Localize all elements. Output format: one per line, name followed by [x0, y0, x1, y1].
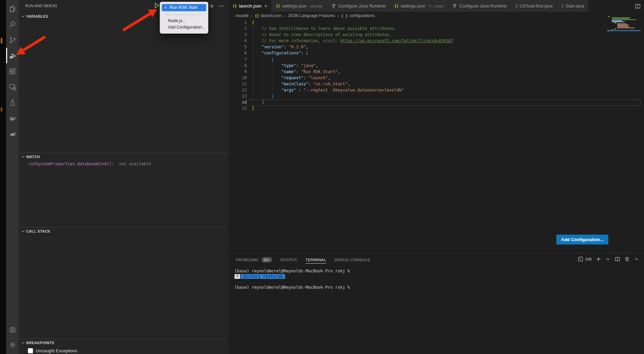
tab-launch-json[interactable]: {}launch.json× — [228, 0, 272, 12]
code-line[interactable]: 9 "name": "Run RSK Start", — [228, 69, 644, 75]
tab-label: settings.json — [282, 3, 307, 9]
code-text: "type": "java", — [247, 63, 318, 69]
menu-item-node-js-[interactable]: Node.js... — [160, 18, 208, 24]
views-more-actions-icon[interactable] — [218, 3, 225, 10]
minimap-line — [612, 19, 636, 20]
settings-icon — [8, 341, 17, 350]
code-text: "name": "Run RSK Start", — [247, 69, 340, 75]
terminal-line: (base) reynoldmorel@Reynolds-MacBook-Pro… — [234, 268, 641, 274]
chevron-down-icon — [21, 340, 25, 345]
panel-tab-label: PROBLEMS — [236, 258, 259, 262]
code-line[interactable]: 5 "version": "0.2.0", — [228, 44, 644, 50]
split-editor-icon[interactable] — [634, 2, 641, 10]
menu-item-run-rsk-start[interactable]: ✓Run RSK Start — [162, 4, 206, 11]
line-number: 12 — [228, 87, 247, 93]
terminal-output[interactable]: (base) reynoldmorel@Reynolds-MacBook-Pro… — [234, 268, 641, 290]
chevron-down-icon[interactable] — [605, 256, 611, 262]
line-number: 1 — [228, 19, 247, 26]
code-line[interactable]: 4 // For more information, visit: https:… — [228, 38, 644, 44]
split-icon[interactable] — [615, 256, 620, 262]
code-text: } — [247, 105, 254, 112]
breadcrumb-item[interactable]: .vscode — [234, 13, 248, 18]
code-line[interactable]: 13 } — [228, 93, 644, 99]
activity-docker[interactable] — [6, 111, 19, 127]
tab-settings-json[interactable]: {}settings.json~/.../User — [390, 0, 448, 12]
panel-tab-terminal[interactable]: TERMINAL — [306, 254, 326, 266]
code-line[interactable]: 7 { — [228, 56, 644, 63]
breakpoint-item[interactable]: Uncaught Exceptions — [19, 346, 228, 353]
line-number: 6 — [228, 50, 247, 56]
source-control-icon — [8, 36, 17, 45]
code-text: "version": "0.2.0", — [247, 44, 308, 50]
breakpoints-section-header[interactable]: BREAKPOINTS — [19, 339, 228, 346]
code-line[interactable]: 15} — [228, 105, 644, 112]
code-line[interactable]: 10 "request": "launch", — [228, 75, 644, 81]
line-number: 5 — [228, 44, 247, 50]
bottom-panel: PROBLEMS1K+OUTPUTTERMINALDEBUG CONSOLE z… — [228, 253, 644, 354]
tab-label: launch.json — [239, 3, 261, 9]
menu-separator — [165, 15, 203, 15]
run-and-debug-icon — [8, 52, 17, 61]
breadcrumb-item[interactable]: JSON Language Features — [288, 13, 335, 18]
trash-icon[interactable] — [624, 256, 630, 262]
close-icon[interactable]: × — [264, 4, 267, 9]
code-line[interactable]: 11 "mainClass": "co.rsk.Start", — [228, 81, 644, 87]
breakpoints-section-label: BREAKPOINTS — [26, 341, 54, 345]
tab-configure-java-runtime[interactable]: Configure Java Runtime — [448, 0, 511, 12]
line-number: 4 — [228, 38, 247, 44]
vscode-window: RUN AND DEBUG VARIABLES WATCH rskSystemP… — [0, 0, 644, 354]
minimap[interactable] — [608, 16, 640, 32]
activity-extensions[interactable] — [6, 64, 19, 80]
code-text: // For more information, visit: https://… — [247, 38, 453, 44]
tab-start-java[interactable]: JStart.java — [557, 0, 589, 12]
tab-configure-java-runtime[interactable]: Configure Java Runtime — [327, 0, 390, 12]
code-line[interactable]: 1{ — [228, 19, 644, 26]
code-line[interactable]: 12 "args" : "--regtest -Xkeyvalue.dataso… — [228, 87, 644, 93]
tab-detail: ~/.../User — [428, 4, 443, 8]
breadcrumb-separator: › — [284, 13, 285, 18]
panel-tab-bar: PROBLEMS1K+OUTPUTTERMINALDEBUG CONSOLE — [236, 253, 370, 266]
code-line[interactable]: 3 // Hover to view descriptions of exist… — [228, 32, 644, 38]
watch-expression-row[interactable]: rskSystemProperties.databaseKind(): not … — [19, 160, 228, 166]
json-icon: {} — [276, 4, 280, 8]
background-fragment — [1, 38, 2, 44]
activity-source-control[interactable] — [6, 33, 19, 48]
menu-item-add-configuration-[interactable]: Add Configuration... — [160, 24, 208, 31]
breadcrumb-item[interactable]: [ ]configurations — [341, 13, 375, 18]
activity-accounts[interactable] — [6, 323, 19, 338]
panel-tab-problems[interactable]: PROBLEMS1K+ — [236, 253, 272, 267]
chevron-up-icon[interactable] — [634, 256, 639, 262]
tab-label: Configure Java Runtime — [338, 3, 385, 9]
editor-tab-bar: {}launch.json×{}settings.json.vscodeConf… — [228, 0, 644, 12]
minimap-current-line-band — [607, 30, 640, 31]
activity-testing[interactable] — [6, 95, 19, 111]
sidebar-title: RUN AND DEBUG — [25, 0, 57, 12]
minimap-line — [612, 17, 631, 18]
code-line[interactable]: 2 // Use IntelliSense to learn about pos… — [228, 26, 644, 32]
call-stack-section-header[interactable]: CALL STACK — [19, 227, 228, 235]
activity-explorer[interactable] — [6, 1, 19, 17]
history-restored-chip: History restored — [241, 274, 285, 279]
tab-clitoolstest-java[interactable]: JCliToolsTest.java — [511, 0, 557, 12]
activity-settings[interactable] — [6, 338, 19, 353]
code-line[interactable]: 6 "configurations": [ — [228, 50, 644, 56]
tab-settings-json[interactable]: {}settings.json.vscode — [272, 0, 327, 12]
panel-tab-debug-console[interactable]: DEBUG CONSOLE — [334, 254, 370, 266]
activity-run-and-debug[interactable] — [6, 48, 19, 64]
open-launch-json-gear-icon[interactable] — [208, 3, 215, 10]
terminal-instance-chip[interactable]: zsh — [578, 256, 592, 262]
chevron-down-icon — [21, 154, 25, 159]
plus-icon[interactable] — [596, 256, 601, 262]
watch-section-header[interactable]: WATCH — [19, 153, 228, 160]
tab-label: Start.java — [565, 3, 584, 9]
active-view-indicator — [6, 48, 7, 63]
breadcrumb-item[interactable]: {}launch.json — [255, 13, 281, 18]
activity-remote-explorer[interactable] — [6, 80, 19, 95]
activity-search[interactable] — [6, 17, 19, 33]
panel-tab-output[interactable]: OUTPUT — [280, 254, 297, 266]
checkmark-icon: ✓ — [164, 4, 169, 11]
breakpoint-checkbox[interactable] — [28, 348, 33, 353]
code-line[interactable]: 8 "type": "java", — [228, 63, 644, 69]
activity-gradle[interactable] — [6, 127, 19, 142]
add-configuration-button[interactable]: Add Configuration... — [556, 235, 608, 245]
